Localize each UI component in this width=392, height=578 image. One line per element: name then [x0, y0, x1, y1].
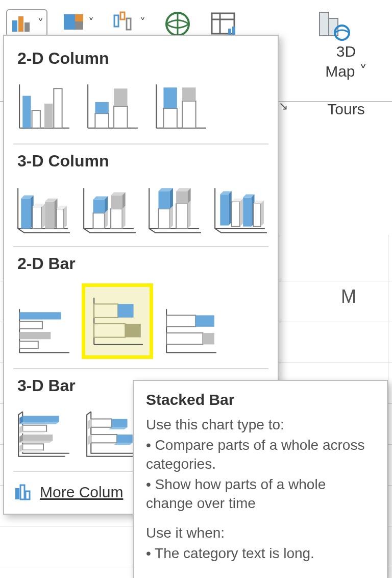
svg-rect-4 — [75, 14, 83, 21]
svg-rect-36 — [21, 199, 31, 229]
svg-marker-59 — [170, 206, 173, 229]
column-header-m[interactable]: M — [341, 286, 356, 307]
svg-rect-65 — [176, 191, 187, 203]
svg-rect-27 — [95, 102, 108, 113]
insert-treemap-button[interactable]: ˅ — [60, 9, 97, 35]
stacked-bar-100-2d-button[interactable] — [160, 303, 222, 359]
svg-rect-77 — [253, 204, 260, 227]
svg-rect-88 — [94, 304, 118, 317]
svg-rect-96 — [166, 333, 203, 344]
svg-rect-118 — [15, 488, 19, 499]
svg-rect-107 — [22, 444, 43, 450]
svg-rect-114 — [91, 435, 117, 443]
svg-marker-41 — [42, 204, 45, 229]
globe-icon — [164, 11, 191, 37]
stacked-column-100-3d-button[interactable] — [144, 181, 203, 237]
stacked-column-100-2d-button[interactable] — [150, 78, 211, 134]
group-label-tours: Tours — [315, 101, 377, 118]
treemap-icon — [63, 11, 85, 33]
svg-rect-42 — [45, 202, 54, 229]
svg-rect-1 — [18, 16, 23, 32]
tooltip-title: Stacked Bar — [146, 391, 375, 408]
clustered-column-3d-button[interactable] — [13, 181, 72, 237]
chevron-down-icon: ˅ — [88, 17, 94, 29]
svg-rect-2 — [24, 22, 30, 32]
svg-rect-5 — [75, 21, 83, 30]
svg-rect-120 — [26, 491, 30, 499]
svg-rect-104 — [22, 435, 53, 441]
svg-rect-84 — [19, 332, 51, 339]
svg-rect-29 — [114, 88, 127, 106]
svg-rect-101 — [22, 425, 46, 431]
svg-rect-48 — [93, 213, 104, 229]
3d-map-sub[interactable]: Map ˅ — [315, 62, 377, 80]
svg-rect-3 — [64, 14, 75, 30]
svg-marker-62 — [170, 188, 173, 209]
svg-rect-68 — [220, 194, 228, 225]
svg-rect-50 — [93, 200, 104, 213]
3d-map-icon[interactable] — [315, 10, 351, 41]
svg-rect-116 — [117, 435, 133, 443]
svg-rect-20 — [22, 96, 31, 128]
insert-waterfall-button[interactable]: ˅ — [109, 9, 149, 35]
svg-rect-39 — [33, 207, 42, 229]
svg-rect-33 — [163, 87, 177, 108]
svg-rect-26 — [95, 113, 108, 128]
svg-marker-106 — [19, 441, 53, 443]
svg-rect-34 — [182, 101, 195, 128]
tooltip-line: Use it when: — [146, 524, 375, 542]
svg-rect-85 — [19, 341, 38, 348]
svg-rect-82 — [19, 312, 61, 319]
svg-rect-58 — [159, 209, 170, 229]
tooltip-line: • Compare parts of a whole across catego… — [146, 436, 375, 473]
chevron-down-icon: ˅ — [140, 17, 145, 29]
dialog-launcher-icon[interactable]: ↘ — [279, 100, 288, 113]
svg-rect-95 — [195, 315, 214, 326]
svg-rect-0 — [12, 20, 17, 32]
svg-rect-35 — [182, 87, 195, 101]
clustered-bar-3d-button[interactable] — [13, 405, 75, 462]
svg-rect-98 — [22, 416, 59, 422]
stacked-column-3d-button[interactable] — [79, 181, 138, 237]
tooltip-line: • The category text is long. — [146, 544, 375, 563]
clustered-bar-2d-button[interactable] — [13, 303, 75, 359]
svg-marker-109 — [19, 450, 43, 452]
svg-rect-32 — [163, 108, 177, 128]
svg-rect-74 — [243, 198, 251, 227]
svg-marker-47 — [64, 206, 67, 229]
svg-rect-97 — [203, 333, 214, 344]
chevron-down-icon: ˅ — [38, 18, 43, 30]
waterfall-icon — [112, 11, 137, 33]
column-3d-button[interactable] — [210, 181, 269, 237]
column-chart-icon — [13, 483, 34, 501]
stacked-column-2d-button[interactable] — [82, 78, 143, 134]
section-3d-column: 3-D Column — [17, 152, 268, 171]
svg-rect-7 — [120, 12, 125, 19]
tooltip-line: Use this chart type to: — [146, 416, 375, 434]
svg-rect-83 — [19, 322, 42, 329]
svg-rect-45 — [57, 209, 64, 229]
svg-marker-64 — [188, 201, 191, 229]
svg-rect-28 — [114, 106, 127, 128]
svg-marker-113 — [109, 427, 128, 429]
section-2d-bar: 2-D Bar — [17, 254, 268, 273]
svg-marker-49 — [105, 210, 108, 229]
tooltip-line: • Show how parts of a whole change over … — [146, 475, 375, 513]
svg-rect-53 — [111, 209, 122, 229]
svg-rect-21 — [32, 110, 40, 128]
svg-marker-100 — [19, 422, 59, 424]
svg-rect-91 — [125, 324, 141, 337]
svg-marker-103 — [19, 431, 46, 433]
stacked-bar-2d-button[interactable] — [82, 283, 153, 359]
svg-rect-8 — [127, 18, 131, 30]
clustered-column-2d-button[interactable] — [13, 78, 75, 134]
3d-map-label[interactable]: 3D — [315, 43, 377, 60]
insert-column-chart-button[interactable]: ˅ — [6, 9, 47, 37]
svg-marker-73 — [240, 199, 243, 227]
svg-marker-117 — [114, 443, 133, 445]
section-2d-column: 2-D Column — [17, 49, 268, 68]
svg-rect-71 — [231, 202, 239, 227]
svg-rect-15 — [320, 12, 329, 36]
svg-rect-22 — [44, 104, 53, 128]
column-chart-icon — [10, 12, 35, 34]
